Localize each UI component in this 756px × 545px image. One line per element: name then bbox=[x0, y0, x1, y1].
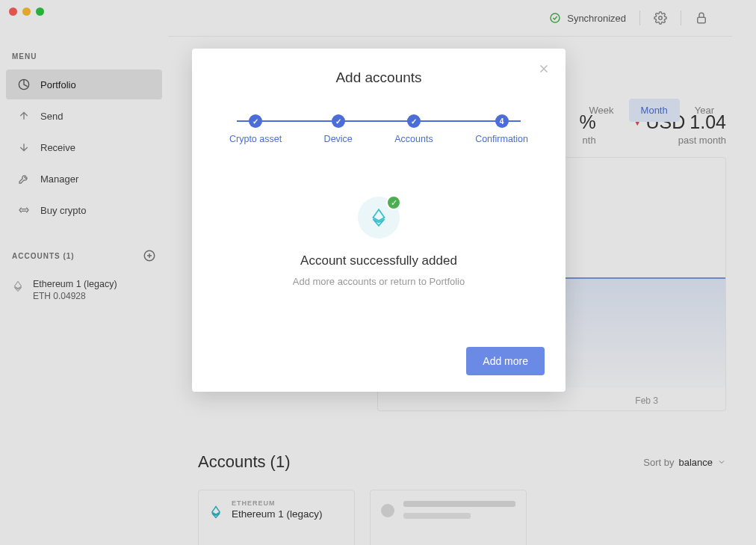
step-confirmation: 4 Confirmation bbox=[475, 114, 528, 144]
step-dot-current: 4 bbox=[495, 114, 509, 128]
success-subtitle: Add more accounts or return to Portfolio bbox=[213, 276, 545, 287]
step-dot-done-icon bbox=[249, 114, 262, 128]
check-badge-icon: ✓ bbox=[386, 195, 401, 210]
add-more-button[interactable]: Add more bbox=[466, 347, 545, 375]
step-device: Device bbox=[324, 114, 353, 144]
step-crypto-asset: Crypto asset bbox=[229, 114, 282, 144]
step-label: Accounts bbox=[394, 134, 433, 144]
step-label: Crypto asset bbox=[229, 134, 282, 144]
step-number: 4 bbox=[500, 117, 504, 126]
success-icon-wrap: ✓ bbox=[358, 197, 400, 238]
step-label: Confirmation bbox=[475, 134, 528, 144]
close-icon[interactable] bbox=[537, 62, 551, 76]
stepper: Crypto asset Device Accounts 4 Confirmat… bbox=[229, 114, 528, 144]
ethereum-icon bbox=[369, 208, 388, 227]
step-dot-done-icon bbox=[332, 114, 345, 128]
modal-title: Add accounts bbox=[213, 70, 545, 86]
success-block: ✓ Account successfully added Add more ac… bbox=[213, 197, 545, 287]
step-accounts: Accounts bbox=[394, 114, 433, 144]
add-accounts-modal: Add accounts Crypto asset Device Account… bbox=[192, 49, 566, 392]
step-dot-done-icon bbox=[407, 114, 421, 128]
success-title: Account successfully added bbox=[213, 253, 545, 268]
step-label: Device bbox=[324, 134, 353, 144]
